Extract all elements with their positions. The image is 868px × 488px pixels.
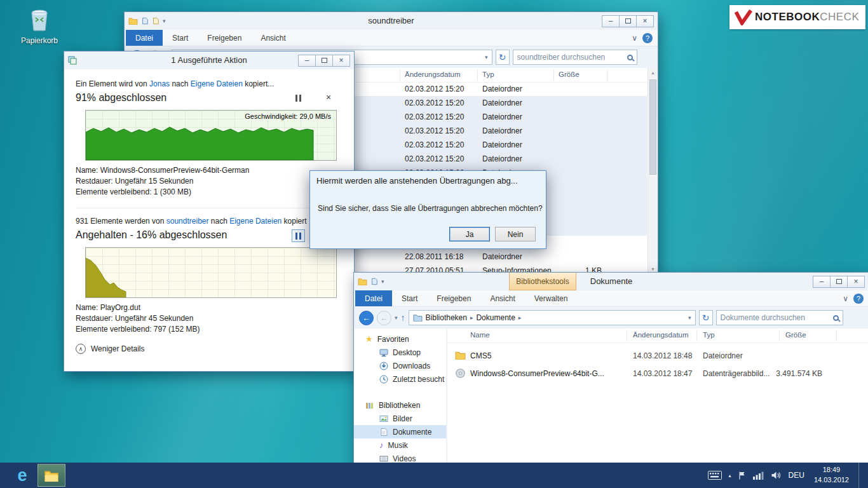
maximize-button[interactable] [315,55,333,67]
library-tools-tab[interactable]: Bibliothekstools [509,273,576,290]
less-details-toggle[interactable]: ∧ Weniger Details [76,344,144,354]
sidebar-item-bilder[interactable]: Bilder [354,412,446,425]
file-row-cms5[interactable]: CMS5 14.03.2012 18:48 Dateiordner [447,348,858,364]
close-button[interactable]: × [332,55,350,67]
properties-icon[interactable] [152,17,159,25]
folder-icon[interactable] [128,17,138,25]
logo-text-notebook: NOTEBOOK [755,11,820,24]
sidebar-group-favoriten[interactable]: ★ Favoriten [354,332,446,346]
column-header-date[interactable]: Änderungsdatum [633,331,689,339]
expand-ribbon-icon[interactable]: ∨ [843,294,848,303]
column-header-date[interactable]: Änderungsdatum [405,71,461,78]
tab-datei[interactable]: Datei [355,290,392,306]
copy-titlebar[interactable]: 1 Ausgeführte Aktion – × [64,51,354,69]
minimize-button[interactable]: – [813,276,831,288]
forward-button[interactable]: ← [377,311,391,325]
no-button[interactable]: Nein [495,227,536,241]
address-dropdown-icon[interactable]: ▾ [688,315,691,321]
sidebar-item-desktop[interactable]: Desktop [354,346,446,359]
tab-start[interactable]: Start [163,30,198,46]
job2-progress-text: Angehalten - 16% abgeschlossen [76,229,227,241]
refresh-button[interactable]: ↻ [699,310,713,325]
address-box[interactable]: Bibliotheken ▸ Dokumente ▸ ▾ [409,310,696,325]
taskbar-ie-button[interactable]: e [8,463,37,488]
target-link[interactable]: Eigene Dateien [229,217,281,226]
breadcrumb-chevron-icon[interactable]: ▸ [470,315,473,321]
column-header-size[interactable]: Größe [559,71,580,78]
back-button[interactable]: ← [359,311,374,325]
source-link[interactable]: Jonas [149,79,170,88]
language-indicator[interactable]: DEU [789,471,804,480]
scroll-up-icon[interactable]: ▲ [648,68,657,78]
search-input[interactable] [721,313,830,322]
vertical-scrollbar[interactable]: ▲ ▼ [648,68,657,274]
folder-icon[interactable] [358,278,367,285]
minimize-button[interactable]: – [602,15,620,27]
column-header-size[interactable]: Größe [785,331,806,339]
scrollbar-thumb[interactable] [649,79,656,175]
star-icon: ★ [365,334,373,344]
target-link[interactable]: Eigene Dateien [191,79,243,88]
breadcrumb-dokumente[interactable]: Dokumente [476,313,515,322]
recycle-bin[interactable]: Papierkorb [14,5,65,45]
show-desktop-button[interactable] [858,463,863,488]
pause-button[interactable] [295,95,301,102]
action-center-flag-icon[interactable] [738,471,746,480]
tab-verwalten[interactable]: Verwalten [525,290,578,306]
taskbar-explorer-button[interactable] [37,464,65,487]
network-signal-icon[interactable] [753,471,764,480]
resume-button[interactable] [292,229,305,242]
clock-date: 14.03.2012 [814,475,849,485]
clock[interactable]: 18:49 14.03.2012 [811,465,851,485]
close-button[interactable]: × [636,15,654,27]
tab-datei[interactable]: Datei [126,30,163,46]
help-icon[interactable]: ? [642,33,653,43]
column-header-name[interactable]: Name [470,331,490,339]
column-header-type[interactable]: Typ [703,331,715,339]
up-button[interactable]: ↑ [401,313,405,323]
speed-label: Geschwindigkeit: 29,0 MB/s [243,112,332,120]
sidebar-group-bibliotheken[interactable]: Bibliotheken [354,398,446,412]
new-folder-icon[interactable] [141,17,149,25]
show-hidden-icons-icon[interactable]: ▴ [729,473,731,478]
source-link[interactable]: soundtreiber [166,217,209,226]
soundtreiber-titlebar[interactable]: ▾ soundtreiber – × [125,12,658,30]
sidebar-item-dokumente[interactable]: Dokumente [354,425,446,438]
chevron-up-icon: ∧ [76,344,86,354]
file-row-windows8-iso[interactable]: Windows8-ConsumerPreview-64bit-G... 14.0… [447,365,858,382]
touch-keyboard-icon[interactable] [708,471,722,480]
sidebar-item-musik[interactable]: ♪ Musik [354,438,446,452]
search-input[interactable] [517,53,624,62]
maximize-button[interactable] [830,276,848,288]
search-icon[interactable] [833,315,839,321]
close-button[interactable]: × [847,276,865,288]
minimize-button[interactable]: – [298,55,316,67]
cancel-transfers-dialog: Hiermit werden alle anstehenden Übertrag… [309,170,546,249]
breadcrumb-chevron-icon[interactable]: ▸ [519,315,522,321]
refresh-button[interactable]: ↻ [496,50,510,65]
address-dropdown-icon[interactable]: ▾ [485,54,488,60]
search-icon[interactable] [627,55,633,60]
tab-freigeben[interactable]: Freigeben [198,30,251,46]
sidebar-item-zuletzt-besucht[interactable]: Zuletzt besucht [354,372,446,386]
qat-dropdown-icon[interactable]: ▾ [163,18,166,24]
history-dropdown-icon[interactable]: ▾ [395,315,398,321]
maximize-button[interactable] [619,15,637,27]
logo-text-check: CHECK [820,11,859,24]
dokumente-titlebar[interactable]: ▾ Bibliothekstools Dokumente – × [354,273,868,290]
yes-button[interactable]: Ja [449,227,490,241]
breadcrumb-bibliotheken[interactable]: Bibliotheken [426,313,467,322]
tab-start[interactable]: Start [392,290,427,306]
sidebar-item-downloads[interactable]: Downloads [354,359,446,372]
tab-ansicht[interactable]: Ansicht [480,290,524,306]
tab-freigeben[interactable]: Freigeben [427,290,480,306]
cancel-transfer-button[interactable]: × [326,92,331,102]
new-folder-icon[interactable] [370,278,378,285]
tab-ansicht[interactable]: Ansicht [251,30,295,46]
speaker-icon[interactable] [771,471,782,480]
help-icon[interactable]: ? [853,294,864,304]
qat-dropdown-icon[interactable]: ▾ [381,278,384,285]
search-box [513,50,637,65]
expand-ribbon-icon[interactable]: ∨ [632,34,637,43]
column-header-type[interactable]: Typ [482,71,494,78]
